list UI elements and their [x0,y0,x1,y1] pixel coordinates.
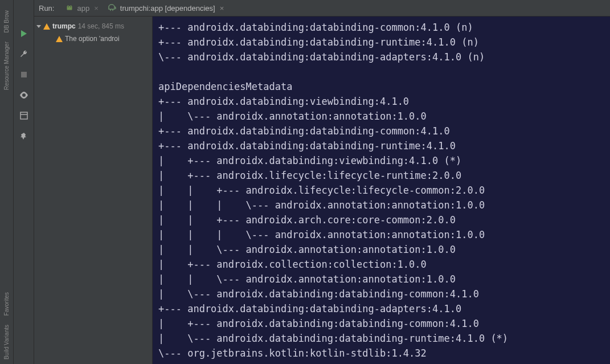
tab-dependencies[interactable]: trumpchi:app [dependencies] × [104,0,228,16]
tab-app[interactable]: app × [62,0,101,16]
run-tab-bar: Run: app × trumpchi:app [dependencies] × [34,0,610,17]
tree-root-time: 14 sec, 845 ms [78,22,124,30]
run-body: trumpc 14 sec, 845 ms The option 'androi… [34,17,610,364]
task-tree: trumpc 14 sec, 845 ms The option 'androi [34,17,153,364]
tab-app-label: app [77,4,89,13]
tree-root-row[interactable]: trumpc 14 sec, 845 ms [36,20,150,32]
warning-icon [43,23,50,30]
elephant-icon [108,3,117,13]
chevron-down-icon [36,25,41,28]
run-label: Run: [39,4,54,13]
vertical-tool-strip: DB Brow Resource Manager Favorites Build… [0,0,14,364]
android-icon [65,3,73,13]
main-area: Run: app × trumpchi:app [dependencies] ×… [34,0,610,364]
stop-icon[interactable] [19,69,29,80]
pin-icon[interactable] [19,131,29,141]
run-icon[interactable] [19,28,29,39]
wrench-icon[interactable] [19,49,29,59]
svg-rect-1 [21,112,27,119]
sidebar-tab-resource[interactable]: Resource Manager [3,42,10,90]
sidebar-tab-favorites[interactable]: Favorites [3,292,10,316]
close-icon[interactable]: × [94,4,99,13]
layout-icon[interactable] [19,111,29,121]
svg-point-4 [71,6,71,7]
sidebar-tab-db[interactable]: DB Brow [3,10,10,32]
close-icon[interactable]: × [220,4,224,13]
tree-root-name: trumpc [52,22,76,30]
warning-icon [56,36,63,42]
sidebar-tab-build[interactable]: Build Variants [3,325,10,359]
svg-point-3 [68,6,69,7]
tree-warning-row[interactable]: The option 'androi [36,32,150,45]
console-output[interactable]: +--- androidx.databinding:databinding-co… [153,17,610,364]
run-tool-rail [14,0,34,364]
tab-dependencies-label: trumpchi:app [dependencies] [120,4,215,13]
tree-warning-text: The option 'androi [65,35,120,43]
svg-rect-0 [21,72,27,77]
eye-icon[interactable] [19,90,29,100]
